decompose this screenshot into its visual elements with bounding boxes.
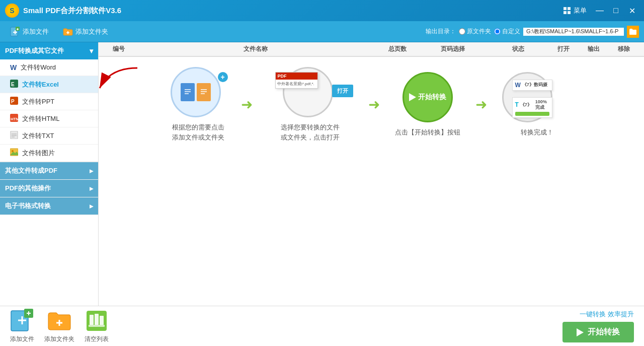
radio-original-label[interactable]: 原文件夹 (459, 27, 491, 36)
app-title: Small PDF合并分割软件V3.6 (23, 6, 559, 16)
bottom-clear-list-icon (85, 309, 109, 333)
start-play-icon (577, 328, 584, 336)
word-w-icon: W (515, 82, 521, 89)
start-btn-inner: 开始转换 (409, 93, 446, 102)
word-file-2: T 《7》 100% 完成 (512, 97, 552, 118)
excel-icon: E (10, 80, 18, 89)
bottom-add-file-icon (10, 309, 34, 333)
file-list-area: + 根据您的需要点击 添加文件或文件夹 ➜ (99, 57, 644, 306)
image-icon (10, 148, 18, 158)
svg-rect-19 (11, 131, 18, 139)
word-file-1: W 《7》数码摄 (512, 80, 552, 91)
add-file-icon (10, 27, 20, 37)
add-file-button[interactable]: 添加文件 (5, 25, 54, 39)
sidebar-section-ebook: 电子书格式转换 ▸ (0, 197, 98, 215)
sidebar-item-to-txt[interactable]: 文件转TXT (0, 127, 98, 145)
radio-original[interactable] (459, 28, 465, 35)
table-header: 编号 文件名称 总页数 页码选择 状态 打开 输出 移除 (99, 42, 644, 57)
bottom-add-folder[interactable]: 添加文件夹 (44, 309, 74, 343)
grid-icon (564, 7, 572, 14)
th-num: 编号 (104, 45, 134, 53)
main-layout: PDF转换成其它文件 ▾ W 文件转Word E 文件转Excel (0, 42, 644, 306)
play-icon (409, 93, 416, 101)
step4-visual: W 《7》数码摄 T 《7》 100% 完成 (502, 72, 573, 122)
chevron-right-icon-1: ▸ (90, 167, 93, 175)
svg-text:E: E (11, 82, 15, 87)
chevron-down-icon: ▾ (90, 47, 93, 55)
doc-blue-icon (181, 83, 195, 101)
doc-orange-icon (197, 83, 211, 101)
radio-custom[interactable] (494, 28, 501, 35)
section-pdf-ops-label: PDF的其他操作 (5, 184, 51, 193)
to-ppt-label: 文件转PPT (22, 97, 54, 106)
maximize-button[interactable]: □ (609, 5, 623, 16)
arrow-2: ➜ (368, 96, 380, 113)
ppt-icon: P (10, 97, 18, 106)
sidebar-item-to-excel[interactable]: E 文件转Excel (0, 76, 98, 93)
arrow-3: ➜ (475, 96, 487, 113)
th-name: 文件名称 (134, 45, 377, 53)
sidebar-section-ebook-header[interactable]: 电子书格式转换 ▸ (0, 197, 98, 215)
app-logo: S (5, 4, 19, 18)
step3-circle: 开始转换 (403, 72, 453, 122)
sidebar-item-to-html[interactable]: HTM 文件转HTML (0, 110, 98, 127)
svg-rect-3 (564, 11, 567, 14)
step4-text: 转换完成！ (521, 127, 553, 137)
word-filename-2: 《7》 (520, 102, 532, 108)
sidebar-item-to-image[interactable]: 文件转图片 (0, 145, 98, 162)
step2-text: 选择您要转换的文件 或文件夹，点击打开 (281, 122, 340, 142)
step1-text: 根据您的需要点击 添加文件或文件夹 (172, 122, 224, 142)
pdf-label: PDF (278, 74, 287, 79)
word-icon: W (10, 63, 17, 72)
th-pages: 总页数 (377, 45, 418, 53)
output-label: 输出目录： (426, 27, 456, 36)
arrow-1: ➜ (241, 96, 253, 113)
svg-rect-45 (89, 325, 105, 327)
add-folder-icon (63, 27, 73, 37)
bottom-add-folder-icon (47, 309, 71, 333)
minimize-button[interactable]: — (593, 5, 607, 16)
bottom-add-file[interactable]: 添加文件 (10, 309, 34, 343)
output-path-input[interactable] (523, 28, 624, 36)
sidebar-section-pdf-ops-header[interactable]: PDF的其他操作 ▸ (0, 180, 98, 197)
open-button-overlay[interactable]: 打开 (332, 85, 353, 97)
txt-icon (10, 131, 18, 141)
bottom-clear-list[interactable]: 清空列表 (85, 309, 109, 343)
svg-rect-25 (183, 86, 193, 99)
menu-button[interactable]: 菜单 (559, 4, 591, 17)
radio-custom-label[interactable]: 自定义 (494, 27, 520, 36)
start-convert-btn-label: 开始转换 (588, 327, 620, 337)
close-button[interactable]: ✕ (625, 5, 639, 16)
sidebar-item-to-ppt[interactable]: P 文件转PPT (0, 93, 98, 110)
svg-rect-1 (564, 7, 567, 10)
to-word-label: 文件转Word (21, 63, 56, 72)
sidebar-item-to-word[interactable]: W 文件转Word (0, 59, 98, 76)
sidebar-section-other-to-pdf-header[interactable]: 其他文件转成PDF ▸ (0, 162, 98, 179)
content-area: 编号 文件名称 总页数 页码选择 状态 打开 输出 移除 (99, 42, 644, 306)
word-filename-1: 《7》数码摄 (522, 82, 547, 88)
step3-visual: 开始转换 (403, 72, 453, 122)
browse-folder-button[interactable] (627, 26, 639, 38)
add-file-label: 添加文件 (23, 27, 49, 36)
step2: PDF 中外著名景观\*.pdf,*. 打开 (268, 67, 353, 142)
bottom-bar: 添加文件 添加文件夹 (0, 306, 644, 346)
to-excel-label: 文件转Excel (22, 80, 59, 89)
svg-text:HTM: HTM (11, 117, 18, 121)
start-convert-button[interactable]: 开始转换 (562, 322, 634, 342)
svg-rect-43 (95, 314, 99, 325)
sidebar-section-pdf-ops: PDF的其他操作 ▸ (0, 180, 98, 197)
title-bar: S Small PDF合并分割软件V3.6 菜单 — □ ✕ (0, 0, 644, 21)
sidebar-section-pdf-to-other-header[interactable]: PDF转换成其它文件 ▾ (0, 42, 98, 59)
svg-rect-4 (568, 11, 571, 14)
plus-badge: + (218, 72, 228, 82)
step4: W 《7》数码摄 T 《7》 100% 完成 (502, 72, 573, 137)
txt-t-icon: T (515, 101, 519, 108)
th-remove: 移除 (609, 45, 639, 53)
sidebar: PDF转换成其它文件 ▾ W 文件转Word E 文件转Excel (0, 42, 99, 306)
pdf-filename: 中外著名景观\*.pdf,*. (277, 81, 316, 87)
add-folder-label: 添加文件夹 (75, 27, 108, 36)
svg-rect-42 (90, 315, 94, 325)
progress-fill (515, 112, 549, 116)
add-folder-button[interactable]: 添加文件夹 (58, 25, 113, 39)
progress-percent: 100% 完成 (535, 99, 549, 111)
